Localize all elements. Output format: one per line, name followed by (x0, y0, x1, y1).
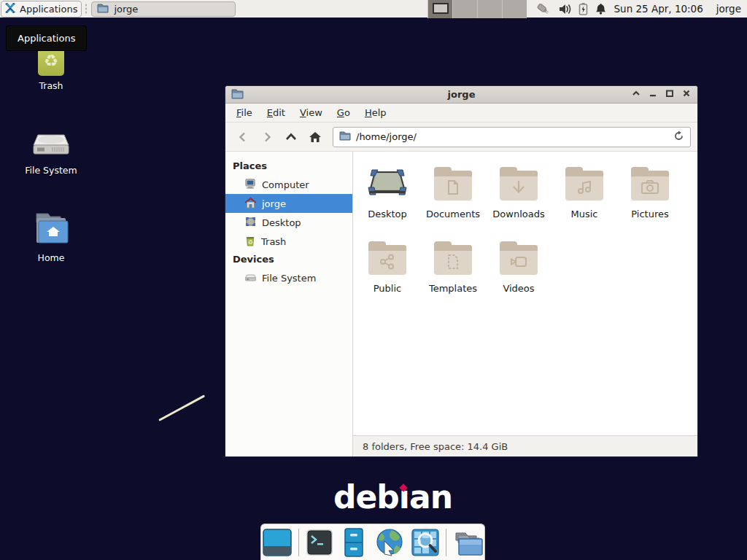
workspace-4[interactable] (502, 0, 527, 18)
menu-view[interactable]: View (293, 105, 330, 120)
desktop-icon (244, 216, 257, 230)
desktop-icon-home[interactable]: Home (11, 210, 91, 263)
minimize-button[interactable] (648, 88, 658, 101)
file-manager-folder-icon[interactable] (453, 529, 484, 556)
document-glyph-icon (446, 179, 460, 198)
toolbar: /home/jorge/ (225, 122, 697, 152)
share-glyph-icon (379, 254, 395, 272)
battery-charging-icon[interactable] (578, 2, 588, 15)
music-notes-glyph-icon (576, 179, 592, 198)
debian-text: deb (333, 478, 399, 516)
video-camera-glyph-icon (509, 254, 528, 271)
statusbar: 8 folders, Free space: 14.4 GiB (353, 435, 697, 456)
menu-help[interactable]: Help (357, 105, 394, 120)
taskbar-window-button[interactable]: jorge (91, 1, 236, 17)
sidebar-devices-header: Devices (225, 251, 352, 268)
panel-clock[interactable]: Sun 25 Apr, 10:06 (614, 3, 703, 15)
folder-grid: Desktop Documents (353, 152, 697, 435)
folder-item-videos[interactable]: Videos (486, 236, 551, 311)
folder-item-music[interactable]: Music (551, 162, 617, 236)
applications-menu-label: Applications (20, 4, 77, 15)
harddisk-icon (244, 271, 257, 285)
volume-icon[interactable] (558, 3, 572, 15)
sidebar-item-file-system[interactable]: File System (225, 268, 352, 287)
wallpaper-scratch-line (158, 394, 205, 421)
folder-item-documents[interactable]: Documents (420, 162, 486, 236)
folder-item-downloads[interactable]: Downloads (486, 162, 551, 236)
folder-item-label: Music (571, 209, 598, 219)
workspace-3[interactable] (477, 0, 502, 18)
web-browser-icon[interactable] (374, 528, 405, 557)
folder-item-public[interactable]: Public (355, 236, 420, 311)
path-folder-icon (339, 131, 351, 143)
folder-item-label: Videos (503, 283, 534, 294)
panel-handle[interactable] (83, 3, 88, 15)
workspace-2[interactable] (452, 0, 477, 18)
folder-item-templates[interactable]: Templates (420, 236, 486, 311)
workspace-1[interactable] (427, 0, 452, 18)
sidebar-item-label: File System (262, 273, 316, 284)
terminal-icon[interactable] (306, 529, 333, 556)
path-entry[interactable]: /home/jorge/ (333, 127, 691, 147)
top-panel: Applications jorge (0, 0, 747, 18)
maximize-button[interactable] (665, 88, 675, 101)
dock-separator (446, 529, 446, 556)
folder-item-label: Templates (429, 283, 477, 294)
path-text: /home/jorge/ (356, 131, 668, 142)
computer-icon (244, 178, 257, 192)
desktop-icon-file-system[interactable]: File System (11, 122, 91, 176)
forward-button[interactable] (256, 127, 278, 147)
download-arrow-glyph-icon (511, 179, 527, 198)
show-desktop-icon[interactable] (263, 529, 292, 556)
home-icon (244, 197, 257, 211)
notifications-bell-icon[interactable] (595, 2, 607, 15)
menu-file[interactable]: File (229, 105, 260, 120)
sidebar-item-label: Desktop (262, 217, 301, 228)
reload-icon[interactable] (673, 131, 684, 144)
home-button[interactable] (304, 127, 326, 147)
sidebar-item-trash[interactable]: ♻ Trash (225, 232, 352, 251)
harddisk-icon (31, 123, 71, 160)
folder-item-label: Documents (426, 209, 480, 219)
window-titlebar[interactable]: jorge (225, 86, 697, 104)
shade-button[interactable] (631, 88, 641, 101)
system-tray (535, 2, 607, 15)
file-manager-window: jorge File Edit View Go Help (225, 85, 698, 457)
file-cabinet-icon[interactable] (340, 528, 368, 557)
desktop-special-icon (368, 168, 407, 200)
sidebar-item-computer[interactable]: Computer (225, 175, 352, 194)
taskbar-window-label: jorge (114, 4, 138, 15)
desktop-icon-label: Trash (11, 80, 91, 91)
debian-text: an (409, 478, 452, 516)
menubar: File Edit View Go Help (225, 104, 697, 122)
applications-tooltip: Applications (6, 26, 87, 51)
desktop-icon-label: Home (11, 252, 91, 263)
folder-item-label: Downloads (492, 209, 544, 219)
folder-icon (97, 3, 109, 15)
back-button[interactable] (232, 127, 254, 147)
power-plug-icon[interactable] (535, 2, 551, 15)
folder-item-desktop[interactable]: Desktop (355, 162, 420, 236)
debian-wordmark: debıan (333, 481, 452, 513)
folder-item-pictures[interactable]: Pictures (617, 162, 683, 236)
sidebar-item-desktop[interactable]: Desktop (225, 213, 352, 232)
menu-go[interactable]: Go (330, 105, 357, 120)
sidebar: Places Computer (225, 152, 353, 456)
applications-menu-button[interactable]: Applications (1, 1, 82, 18)
trash-icon: ♻ (244, 235, 256, 249)
xfce-applications-icon (4, 1, 17, 17)
dock-separator (298, 529, 299, 556)
folder-item-label: Desktop (368, 209, 407, 219)
camera-glyph-icon (640, 179, 659, 198)
folder-item-label: Public (374, 283, 401, 294)
panel-username[interactable]: jorge (716, 3, 741, 15)
menu-edit[interactable]: Edit (260, 105, 293, 120)
workspace-pager (427, 0, 527, 18)
app-finder-icon[interactable] (411, 529, 439, 556)
svg-text:♻: ♻ (247, 238, 252, 245)
bottom-dock (260, 524, 485, 560)
close-button[interactable] (681, 88, 692, 101)
home-folder-icon (32, 209, 70, 248)
up-button[interactable] (280, 127, 302, 147)
sidebar-item-jorge[interactable]: jorge (225, 194, 352, 213)
